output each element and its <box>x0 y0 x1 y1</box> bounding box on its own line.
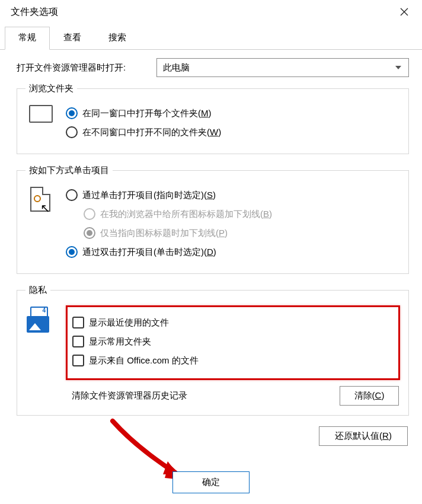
tab-bar: 常规 查看 搜索 <box>0 26 422 50</box>
checkbox-icon <box>72 355 84 366</box>
check-frequent-folders[interactable]: 显示常用文件夹 <box>72 336 394 347</box>
clear-button[interactable]: 清除(C) <box>340 386 399 406</box>
checkbox-icon <box>72 317 84 328</box>
radio-icon <box>66 126 78 138</box>
open-explorer-dropdown[interactable]: 此电脑 <box>156 58 409 77</box>
radio-icon <box>66 246 78 258</box>
close-icon <box>400 8 408 16</box>
click-items-group: 按如下方式单击项目 ↖ 通过单击打开项目(指向时选定)(S) 在我的浏览器中给所… <box>17 165 409 274</box>
window-title: 文件夹选项 <box>11 6 58 18</box>
radio-diff-window[interactable]: 在不同窗口中打开不同的文件夹(W) <box>66 126 400 138</box>
close-button[interactable] <box>392 3 416 21</box>
tab-view[interactable]: 查看 <box>50 27 95 50</box>
radio-same-window[interactable]: 在同一窗口中打开每个文件夹(M) <box>66 107 400 119</box>
checkbox-label: 显示最近使用的文件 <box>89 317 169 328</box>
highlight-annotation: 显示最近使用的文件 显示常用文件夹 显示来自 Office.com 的文件 <box>66 305 400 380</box>
tab-search[interactable]: 搜索 <box>95 27 140 50</box>
checkbox-label: 显示常用文件夹 <box>89 336 151 347</box>
radio-icon <box>84 227 95 239</box>
restore-defaults-button[interactable]: 还原默认值(R) <box>319 426 408 446</box>
radio-underline-all: 在我的浏览器中给所有图标标题加下划线(B) <box>84 208 400 220</box>
radio-label: 仅当指向图标标题时加下划线(P) <box>100 228 228 239</box>
radio-label: 通过双击打开项目(单击时选定)(D) <box>82 247 216 258</box>
radio-single-click[interactable]: 通过单击打开项目(指向时选定)(S) <box>66 189 400 201</box>
radio-label: 在不同窗口中打开不同的文件夹(W) <box>82 127 221 138</box>
radio-underline-hover: 仅当指向图标标题时加下划线(P) <box>84 227 400 239</box>
radio-double-click[interactable]: 通过双击打开项目(单击时选定)(D) <box>66 246 400 258</box>
checkbox-label: 显示来自 Office.com 的文件 <box>89 355 199 366</box>
radio-icon <box>66 107 78 119</box>
browse-legend: 浏览文件夹 <box>25 83 77 94</box>
radio-icon <box>84 208 95 220</box>
check-office-files[interactable]: 显示来自 Office.com 的文件 <box>72 355 394 366</box>
clear-history-label: 清除文件资源管理器历史记录 <box>72 390 187 401</box>
click-legend: 按如下方式单击项目 <box>25 165 113 176</box>
browse-folders-group: 浏览文件夹 在同一窗口中打开每个文件夹(M) 在不同窗口中打开不同的文件夹(W) <box>17 83 409 154</box>
radio-icon <box>66 189 78 201</box>
radio-label: 在我的浏览器中给所有图标标题加下划线(B) <box>100 209 272 220</box>
tab-general[interactable]: 常规 <box>5 27 50 50</box>
privacy-legend: 隐私 <box>25 285 50 296</box>
radio-label: 在同一窗口中打开每个文件夹(M) <box>82 108 212 119</box>
privacy-group: 隐私 显示最近使用的文件 显示常用文件夹 显示来自 <box>17 285 409 416</box>
open-explorer-label: 打开文件资源管理器时打开: <box>17 62 147 74</box>
privacy-icon <box>27 307 55 333</box>
check-recent-files[interactable]: 显示最近使用的文件 <box>72 317 394 328</box>
open-explorer-value: 此电脑 <box>163 62 190 74</box>
checkbox-icon <box>72 336 84 347</box>
file-click-icon: ↖ <box>28 187 54 215</box>
ok-button[interactable]: 确定 <box>172 471 250 493</box>
radio-label: 通过单击打开项目(指向时选定)(S) <box>82 190 216 201</box>
folder-icon <box>29 105 53 123</box>
